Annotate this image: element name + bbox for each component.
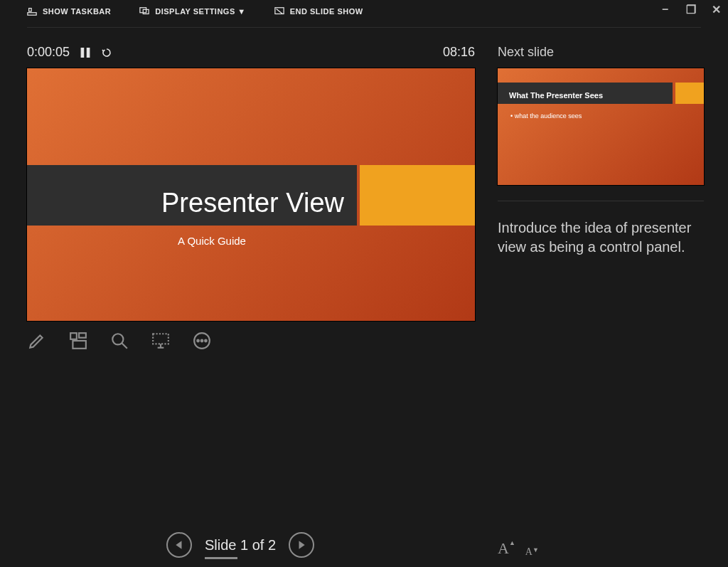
svg-line-5 [276, 9, 282, 14]
window-restore-button[interactable]: ❐ [684, 3, 698, 16]
slide-subtitle: A Quick Guide [27, 235, 397, 247]
svg-line-12 [122, 343, 127, 349]
svg-point-18 [201, 340, 203, 342]
screen-icon [151, 332, 170, 350]
pen-icon [28, 332, 46, 350]
next-slide-accent [675, 83, 704, 104]
show-taskbar-label: SHOW TASKBAR [43, 7, 111, 16]
monitor-icon [139, 6, 149, 16]
pause-timer-button[interactable] [80, 47, 91, 58]
taskbar-icon [27, 6, 37, 16]
grid-icon [69, 332, 87, 350]
right-divider [498, 201, 704, 201]
current-time: 08:16 [443, 45, 475, 60]
svg-rect-4 [275, 8, 284, 14]
end-slideshow-button[interactable]: END SLIDE SHOW [274, 6, 363, 16]
svg-rect-7 [87, 48, 90, 58]
display-settings-label: DISPLAY SETTINGS ▼ [155, 7, 245, 16]
show-taskbar-button[interactable]: SHOW TASKBAR [27, 6, 111, 16]
black-screen-button[interactable] [151, 331, 171, 351]
pause-icon [80, 48, 90, 58]
next-icon [296, 540, 306, 550]
window-minimize-button[interactable]: – [658, 3, 673, 16]
svg-rect-9 [79, 333, 86, 338]
next-slide-preview[interactable]: What The Presenter Sees • what the audie… [498, 68, 704, 185]
ellipsis-icon [193, 332, 211, 350]
svg-rect-6 [81, 48, 84, 58]
decrease-font-button[interactable]: A▼ [525, 546, 539, 558]
svg-marker-20 [176, 541, 181, 549]
next-slide-title: What The Presenter Sees [509, 91, 603, 100]
pen-tool-button[interactable] [27, 331, 47, 351]
end-slideshow-label: END SLIDE SHOW [290, 7, 363, 16]
svg-rect-13 [153, 334, 168, 344]
slide-accent-block [360, 165, 475, 226]
display-settings-button[interactable]: DISPLAY SETTINGS ▼ [139, 6, 245, 16]
slide-title: Presenter View [161, 188, 344, 218]
svg-point-17 [197, 340, 199, 342]
reset-timer-button[interactable] [101, 47, 112, 58]
prev-icon [174, 540, 184, 550]
next-slide-heading: Next slide [498, 45, 704, 60]
increase-font-button[interactable]: A▲ [498, 539, 515, 558]
slide-counter: Slide 1 of 2 [205, 537, 276, 553]
current-slide-preview: Presenter View A Quick Guide [27, 68, 475, 321]
more-options-button[interactable] [192, 331, 212, 351]
next-slide-bullet: • what the audience sees [510, 112, 582, 120]
end-show-icon [274, 6, 284, 16]
see-all-slides-button[interactable] [68, 331, 88, 351]
slide-title-bar: Presenter View [27, 165, 357, 226]
svg-point-19 [205, 340, 207, 342]
zoom-button[interactable] [109, 331, 129, 351]
previous-slide-button[interactable] [166, 532, 192, 558]
speaker-notes: Introduce the idea of presenter view as … [498, 218, 704, 257]
window-close-button[interactable]: ✕ [710, 3, 724, 16]
reset-icon [102, 48, 112, 58]
svg-marker-21 [299, 541, 305, 549]
svg-rect-0 [28, 13, 36, 16]
svg-point-11 [112, 334, 123, 344]
svg-rect-10 [73, 341, 85, 349]
next-slide-title-bar: What The Presenter Sees [498, 83, 673, 104]
svg-rect-8 [70, 333, 77, 339]
elapsed-time: 0:00:05 [27, 45, 70, 60]
svg-rect-1 [29, 9, 32, 11]
magnifier-icon [110, 332, 129, 350]
next-slide-button[interactable] [289, 532, 314, 558]
